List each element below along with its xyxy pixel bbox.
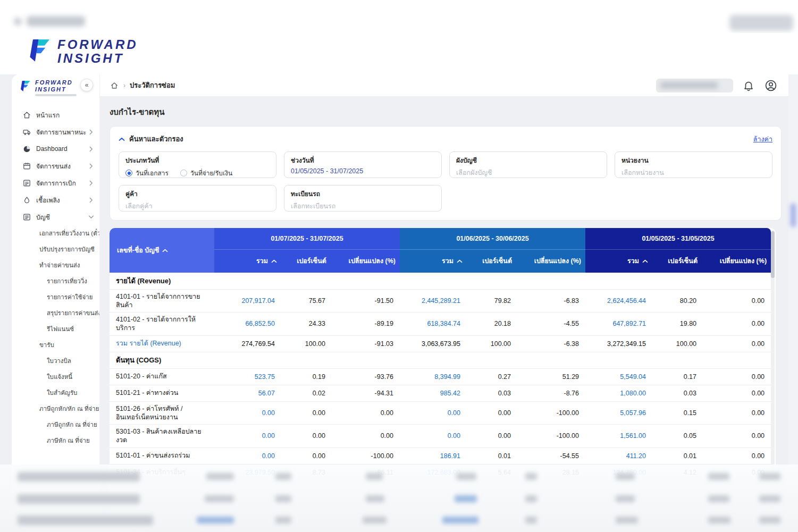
cell-total[interactable]: 0.00 — [400, 401, 474, 425]
cell-total[interactable]: 618,384.74 — [400, 313, 474, 336]
sidebar-subitem-2[interactable]: ทำจ่ายค่าขนส่ง — [12, 257, 99, 273]
sidebar: FORWARD INSIGHT « หน้าแรกจัดการยานพาหนะD… — [12, 74, 100, 532]
sidebar-item-accounting[interactable]: บัญชี — [12, 208, 99, 225]
cell-total[interactable]: 66,852.50 — [214, 313, 289, 336]
chart-of-accounts-field[interactable]: ผังบัญชี เลือกผังบัญชี — [449, 151, 607, 178]
cell-change: -100.00 — [525, 401, 585, 425]
date-type-label: ประเภทวันที่ — [125, 155, 270, 165]
cell-total[interactable]: 0.00 — [400, 425, 474, 448]
cell-total[interactable]: 0.00 — [214, 425, 289, 448]
date-range-label: ช่วงวันที่ — [291, 155, 435, 165]
brand-row: FORWARD INSIGHT — [0, 33, 798, 74]
redacted-cell — [525, 517, 537, 523]
table-row: 5101-20 - ค่าแก๊ส523.750.19-93.768,394.9… — [110, 368, 771, 385]
department-field[interactable]: หน่วยงาน เลือกหน่วยงาน — [615, 151, 772, 178]
cell-total[interactable]: 411.20 — [585, 447, 660, 464]
sidebar-item-fuel[interactable]: เชื้อเพลิง — [12, 191, 99, 208]
cell-total[interactable]: 207,917.04 — [214, 289, 289, 313]
sidebar-item-label: เชื้อเพลิง — [36, 195, 89, 205]
sort-total-period-2[interactable]: รวม — [585, 249, 660, 273]
department-label: หน่วยงาน — [621, 155, 766, 165]
vehicle-reg-field[interactable]: ทะเบียนรถ เลือกทะเบียนรถ — [284, 185, 442, 212]
radio-payment-date[interactable]: วันที่จ่าย/รับเงิน — [180, 168, 232, 178]
breadcrumb-separator-icon: › — [123, 82, 125, 89]
partner-field[interactable]: คู่ค้า เลือกคู่ค้า — [119, 185, 276, 212]
chevron-right-icon — [89, 129, 93, 135]
sidebar-item-dashboard[interactable]: Dashboard — [12, 140, 99, 157]
cell-total[interactable]: 5,549.04 — [585, 368, 660, 385]
cell-total[interactable]: 0.00 — [214, 447, 289, 464]
page-title: งบกำไร-ขาดทุน — [110, 106, 788, 119]
sidebar-item-requisition[interactable]: จัดการการเบิก — [12, 174, 99, 191]
table-row: 4101-02 - รายได้จากการให้บริการ66,852.50… — [110, 313, 771, 336]
sidebar-subitem-8[interactable]: ใบวางบิล — [12, 353, 99, 369]
cell-total[interactable]: 0.00 — [214, 401, 289, 425]
redacted-cell — [275, 473, 291, 480]
clear-filters-link[interactable]: ล้างค่า — [753, 134, 772, 145]
cell-percent: 100.00 — [289, 335, 339, 352]
cell-percent: 80.20 — [660, 289, 710, 313]
sidebar-subitem-0[interactable]: เอกสารเที่ยววิ่งงาน (ตั๋ว) — [12, 225, 99, 241]
sort-total-period-0[interactable]: รวม — [214, 249, 289, 273]
date-range-field[interactable]: ช่วงวันที่ 01/05/2025 - 31/07/2025 — [284, 151, 442, 178]
profit-loss-table: เลขที่-ชื่อ บัญชี01/07/2025 - 31/07/2025… — [110, 228, 771, 481]
chart-of-accounts-placeholder: เลือกผังบัญชี — [456, 167, 600, 178]
date-type-field[interactable]: ประเภทวันที่ วันที่เอกสาร วันที่จ่าย/รับ… — [119, 151, 276, 178]
page-scrollbar[interactable] — [791, 204, 796, 227]
breadcrumb-home-icon[interactable] — [110, 81, 119, 90]
sidebar-subitem-6[interactable]: รีไฟแนนซ์ — [12, 321, 99, 337]
sidebar-subitem-7[interactable]: ขารับ — [12, 337, 99, 353]
sidebar-collapse-button[interactable]: « — [80, 79, 93, 91]
sidebar-subitem-9[interactable]: ใบแจ้งหนี้ — [12, 369, 99, 385]
cell-change: -100.00 — [525, 425, 585, 448]
change-header-period-2: เปลี่ยนแปลง (%) — [710, 249, 771, 273]
cell-change: 0.00 — [339, 401, 400, 425]
sidebar-logo: FORWARD INSIGHT « — [12, 74, 99, 105]
cell-total[interactable]: 5,057.96 — [585, 401, 660, 425]
sidebar-item-vehicles[interactable]: จัดการยานพาหนะ — [12, 123, 99, 140]
sidebar-subitem-5[interactable]: สรุปรายการค่าขนส่ง — [12, 305, 99, 321]
notifications-bell-icon[interactable] — [742, 79, 755, 92]
redacted-cell — [708, 517, 730, 523]
table-scrollbar-thumb[interactable] — [771, 231, 775, 278]
redacted-cell — [708, 473, 729, 480]
forward-insight-logo-icon-small — [18, 79, 32, 105]
percent-header-period-1: เปอร์เซ็นต์ — [474, 249, 525, 273]
sidebar-item-home[interactable]: หน้าแรก — [12, 106, 99, 123]
cell-percent: 79.82 — [474, 289, 525, 313]
sidebar-item-transport[interactable]: จัดการขนส่ง — [12, 157, 99, 174]
sort-total-period-1[interactable]: รวม — [400, 249, 474, 273]
cell-total[interactable]: 1,080.00 — [585, 385, 660, 401]
collapse-filters-icon[interactable] — [119, 135, 125, 143]
cell-total[interactable]: 647,892.71 — [585, 313, 660, 336]
global-search-input[interactable] — [656, 79, 733, 92]
redacted-cell — [456, 473, 476, 480]
sidebar-subitem-10[interactable]: ใบสำคัญรับ — [12, 385, 99, 401]
cell-change: 0.00 — [710, 425, 771, 448]
cell-change: -89.19 — [339, 313, 400, 336]
account-column-header[interactable]: เลขที่-ชื่อ บัญชี — [110, 228, 214, 273]
cell-total[interactable]: 56.07 — [214, 385, 289, 401]
user-account-icon[interactable] — [764, 79, 778, 92]
cell-total[interactable]: 186.91 — [400, 447, 474, 464]
dashboard-icon — [22, 145, 31, 154]
sidebar-subitem-3[interactable]: รายการเที่ยววิ่ง — [12, 273, 99, 289]
cell-total[interactable]: 8,394.99 — [400, 368, 474, 385]
cell-change: -91.50 — [339, 289, 400, 313]
cell-total[interactable]: 985.42 — [400, 385, 474, 401]
sidebar-subitem-11[interactable]: ภาษีถูกหัก/หัก ณ ที่จ่าย — [12, 401, 99, 417]
cell-percent: 100.00 — [660, 335, 710, 352]
sidebar-subitem-4[interactable]: รายการค่าใช้จ่าย — [12, 289, 99, 305]
sidebar-subitem-1[interactable]: ปรับปรุงรายการบัญชี — [12, 241, 99, 257]
redacted-cell — [366, 473, 383, 480]
cell-total[interactable]: 2,624,456.44 — [585, 289, 660, 313]
cell-total[interactable]: 2,445,289.21 — [400, 289, 474, 313]
cell-percent: 0.00 — [474, 425, 525, 448]
cell-total[interactable]: 523.75 — [214, 368, 289, 385]
sidebar-subitem-12[interactable]: ภาษีถูกหัก ณ ที่จ่าย — [12, 417, 99, 433]
sidebar-subitem-13[interactable]: ภาษีหัก ณ ที่จ่าย — [12, 433, 99, 449]
chevron-right-icon — [89, 146, 93, 152]
cell-total[interactable]: 1,561.00 — [585, 425, 660, 448]
radio-document-date[interactable]: วันที่เอกสาร — [125, 168, 169, 178]
chevron-right-icon — [89, 180, 93, 186]
